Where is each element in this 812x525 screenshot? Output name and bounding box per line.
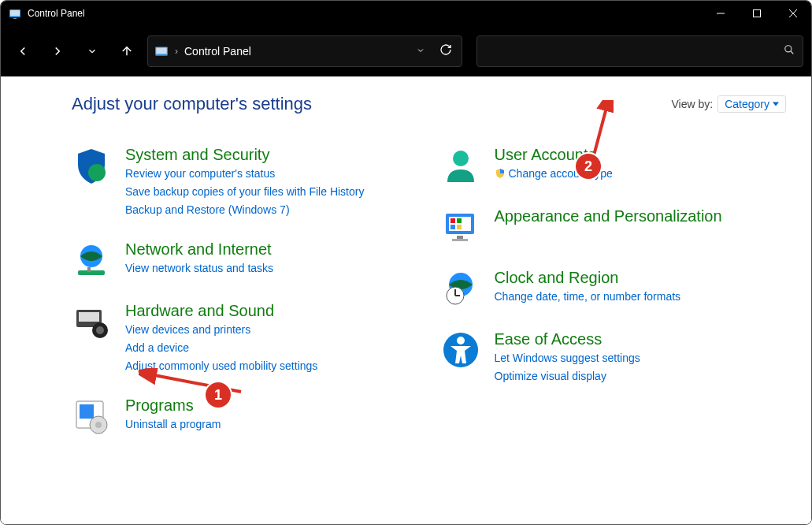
control-panel-window: Control Panel › Control Panel Adjust you… — [0, 0, 812, 525]
category-appearance-personalization: Appearance and Personalization — [441, 207, 787, 247]
chevron-down-icon — [773, 101, 779, 107]
category-link[interactable]: View devices and printers — [125, 322, 317, 338]
svg-rect-16 — [87, 267, 91, 272]
view-by-control: View by: Category — [672, 95, 786, 113]
svg-point-20 — [96, 326, 104, 334]
category-link[interactable]: Optimize visual display — [495, 368, 640, 385]
address-dropdown-button[interactable] — [411, 44, 430, 58]
view-by-dropdown[interactable]: Category — [717, 95, 786, 113]
category-columns: System and Security Review your computer… — [72, 146, 786, 436]
hardware-sound-icon — [72, 302, 111, 341]
category-ease-of-access: Ease of Access Let Windows suggest setti… — [441, 330, 787, 385]
content-header: Adjust your computer's settings View by:… — [72, 94, 786, 114]
maximize-button[interactable] — [739, 1, 775, 26]
category-clock-region: Clock and Region Change date, time, or n… — [441, 269, 787, 308]
category-user-accounts: User Accounts Change account type — [441, 146, 787, 185]
svg-rect-22 — [80, 404, 94, 419]
content-area: Adjust your computer's settings View by:… — [1, 76, 811, 524]
up-button[interactable] — [113, 37, 141, 65]
category-title[interactable]: Programs — [125, 397, 221, 415]
address-control-panel-icon — [154, 44, 169, 58]
user-accounts-icon — [441, 146, 480, 185]
svg-point-24 — [95, 422, 102, 428]
programs-icon — [72, 397, 111, 436]
view-by-value: Category — [725, 98, 769, 110]
close-button[interactable] — [775, 1, 811, 26]
category-link[interactable]: Backup and Restore (Windows 7) — [125, 202, 364, 218]
svg-rect-15 — [78, 270, 105, 275]
recent-dropdown-button[interactable] — [78, 37, 106, 65]
category-link[interactable]: Let Windows suggest settings — [495, 350, 640, 367]
search-box[interactable] — [476, 35, 803, 67]
category-link[interactable]: View network status and tasks — [125, 260, 273, 277]
system-security-icon — [72, 146, 111, 185]
svg-point-10 — [785, 46, 792, 52]
page-heading: Adjust your computer's settings — [72, 94, 312, 114]
clock-region-icon — [441, 269, 480, 308]
uac-shield-icon — [495, 167, 506, 184]
svg-rect-28 — [450, 218, 455, 223]
svg-rect-33 — [452, 239, 468, 241]
category-title[interactable]: User Accounts — [495, 146, 613, 164]
svg-rect-4 — [754, 10, 761, 17]
svg-point-39 — [457, 337, 465, 344]
svg-rect-30 — [450, 225, 455, 229]
category-programs: Programs Uninstall a program — [72, 397, 417, 436]
svg-point-13 — [88, 164, 106, 181]
view-by-label: View by: — [672, 98, 714, 110]
appearance-icon — [441, 207, 480, 247]
address-path: Control Panel — [184, 45, 405, 58]
category-title[interactable]: System and Security — [125, 146, 364, 164]
svg-rect-31 — [457, 225, 462, 229]
category-link[interactable]: Adjust commonly used mobility settings — [125, 358, 317, 374]
category-network-internet: Network and Internet View network status… — [72, 240, 417, 280]
category-hardware-sound: Hardware and Sound View devices and prin… — [72, 302, 417, 374]
svg-rect-29 — [457, 218, 462, 223]
back-button[interactable] — [9, 37, 37, 65]
refresh-button[interactable] — [436, 43, 455, 59]
window-title: Control Panel — [28, 8, 85, 19]
category-title[interactable]: Ease of Access — [495, 330, 640, 348]
minimize-button[interactable] — [703, 1, 739, 26]
category-system-security: System and Security Review your computer… — [72, 146, 417, 218]
titlebar: Control Panel — [1, 1, 811, 26]
category-link[interactable]: Change account type — [495, 166, 613, 184]
svg-rect-32 — [457, 236, 463, 239]
category-link[interactable]: Add a device — [125, 340, 317, 356]
left-column: System and Security Review your computer… — [72, 146, 417, 436]
svg-rect-9 — [156, 48, 167, 54]
right-column: User Accounts Change account type Appear… — [441, 146, 787, 436]
svg-rect-1 — [10, 10, 20, 16]
category-title[interactable]: Clock and Region — [495, 269, 681, 287]
svg-point-25 — [453, 151, 469, 166]
address-bar[interactable]: › Control Panel — [147, 35, 462, 67]
category-title[interactable]: Hardware and Sound — [125, 302, 317, 320]
category-title[interactable]: Appearance and Personalization — [495, 207, 722, 225]
category-link[interactable]: Uninstall a program — [125, 416, 221, 433]
breadcrumb-chevron-icon: › — [175, 46, 178, 57]
svg-rect-2 — [13, 18, 17, 19]
network-internet-icon — [72, 240, 111, 280]
toolbar: › Control Panel — [1, 26, 811, 76]
control-panel-icon — [9, 7, 21, 20]
svg-line-11 — [791, 51, 794, 54]
svg-rect-18 — [79, 312, 99, 322]
category-link[interactable]: Review your computer's status — [125, 166, 364, 182]
category-link[interactable]: Change date, time, or number formats — [495, 289, 681, 305]
forward-button[interactable] — [43, 37, 72, 65]
category-link[interactable]: Save backup copies of your files with Fi… — [125, 184, 364, 200]
svg-marker-12 — [773, 102, 779, 106]
category-title[interactable]: Network and Internet — [125, 240, 273, 259]
ease-of-access-icon — [441, 330, 480, 370]
search-icon — [784, 44, 795, 58]
